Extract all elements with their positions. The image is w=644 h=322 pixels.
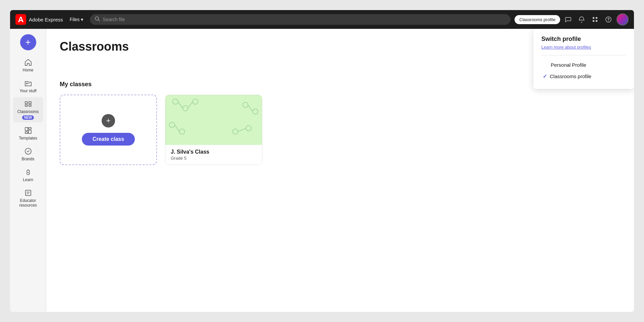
search-input[interactable]	[103, 17, 506, 22]
sidebar-item-your-stuff-label: Your stuff	[19, 89, 36, 93]
classrooms-profile-button[interactable]: Classrooms profile	[515, 15, 560, 24]
help-icon-button[interactable]	[603, 15, 614, 24]
svg-rect-3	[593, 17, 594, 19]
sidebar-item-learn-label: Learn	[23, 177, 33, 182]
sidebar-item-educator-resources-label: Educator resources	[17, 198, 39, 208]
app-name: Adobe Express	[29, 17, 63, 22]
notification-icon-button[interactable]	[576, 15, 587, 24]
adobe-express-logo-icon	[15, 14, 26, 25]
svg-rect-12	[25, 105, 28, 106]
classrooms-profile-checkmark: ✓	[543, 73, 547, 79]
add-button[interactable]: +	[20, 34, 36, 50]
svg-line-2	[98, 20, 100, 21]
popup-title: Switch profile	[541, 36, 626, 43]
sidebar-item-home[interactable]: Home	[13, 56, 43, 75]
create-class-card[interactable]: + Create class	[60, 95, 157, 165]
educator-icon	[24, 189, 32, 197]
chat-icon-button[interactable]	[563, 15, 574, 24]
class-card-grade: Grade 5	[171, 156, 257, 161]
learn-icon	[24, 168, 32, 176]
svg-rect-6	[596, 20, 597, 22]
search-icon	[95, 16, 100, 23]
sidebar-item-your-stuff[interactable]: Your stuff	[13, 76, 43, 96]
svg-rect-17	[25, 132, 28, 133]
sidebar-item-templates[interactable]: Templates	[13, 124, 43, 143]
sidebar: + Home Your stuff	[10, 29, 46, 312]
sidebar-item-classrooms-label: Classrooms	[17, 109, 39, 114]
classrooms-profile-item[interactable]: ✓ Classrooms profile	[541, 70, 626, 82]
brands-icon	[24, 147, 32, 155]
logo-area: Adobe Express	[15, 14, 63, 25]
sidebar-item-brands-label: Brands	[21, 157, 34, 161]
classrooms-icon	[24, 100, 32, 108]
sidebar-item-learn[interactable]: Learn	[13, 165, 43, 185]
svg-rect-14	[25, 127, 28, 131]
learn-more-profiles-link[interactable]: Learn more about profiles	[541, 45, 626, 50]
classes-grid: + Create class	[60, 95, 621, 165]
class-card-name: J. Silva's Class	[171, 149, 257, 155]
class-card-info: J. Silva's Class Grade 5	[165, 145, 262, 165]
user-avatar[interactable]	[616, 13, 629, 25]
files-dropdown[interactable]: Files ▾	[67, 15, 86, 23]
templates-icon	[24, 126, 32, 135]
svg-rect-15	[29, 127, 31, 129]
svg-point-19	[27, 170, 30, 173]
switch-profile-popup: Switch profile Learn more about profiles…	[533, 29, 634, 89]
sidebar-item-home-label: Home	[22, 68, 33, 72]
search-bar	[90, 14, 511, 25]
home-icon	[24, 58, 32, 66]
svg-rect-13	[29, 105, 31, 106]
svg-point-9	[26, 83, 28, 84]
topbar: Adobe Express Files ▾ Classrooms profile	[10, 10, 634, 29]
classrooms-profile-label: Classrooms profile	[550, 73, 591, 79]
molecule-background-icon	[165, 95, 262, 142]
svg-rect-10	[25, 102, 28, 104]
sidebar-item-templates-label: Templates	[19, 136, 37, 141]
create-class-plus-icon: +	[102, 114, 115, 127]
sidebar-item-educator-resources[interactable]: Educator resources	[13, 186, 43, 210]
class-card-jsilva[interactable]: J. Silva's Class Grade 5	[165, 95, 262, 165]
create-class-button[interactable]: Create class	[82, 133, 135, 146]
topbar-right: Classrooms profile	[515, 13, 629, 25]
popup-divider	[541, 55, 626, 55]
apps-icon-button[interactable]	[590, 15, 600, 24]
sidebar-item-brands[interactable]: Brands	[13, 145, 43, 164]
personal-profile-label: Personal Profile	[551, 62, 586, 68]
svg-point-8	[608, 21, 609, 21]
svg-rect-5	[593, 20, 594, 22]
svg-rect-25	[165, 95, 262, 142]
folder-icon	[24, 79, 32, 87]
personal-profile-item[interactable]: Personal Profile	[541, 59, 626, 70]
classrooms-new-badge: NEW	[22, 115, 34, 120]
class-card-image	[165, 95, 262, 145]
sidebar-item-classrooms[interactable]: Classrooms NEW	[13, 97, 43, 122]
svg-rect-0	[15, 14, 26, 25]
svg-rect-11	[29, 102, 31, 104]
svg-rect-4	[596, 17, 597, 19]
svg-rect-16	[29, 130, 31, 133]
